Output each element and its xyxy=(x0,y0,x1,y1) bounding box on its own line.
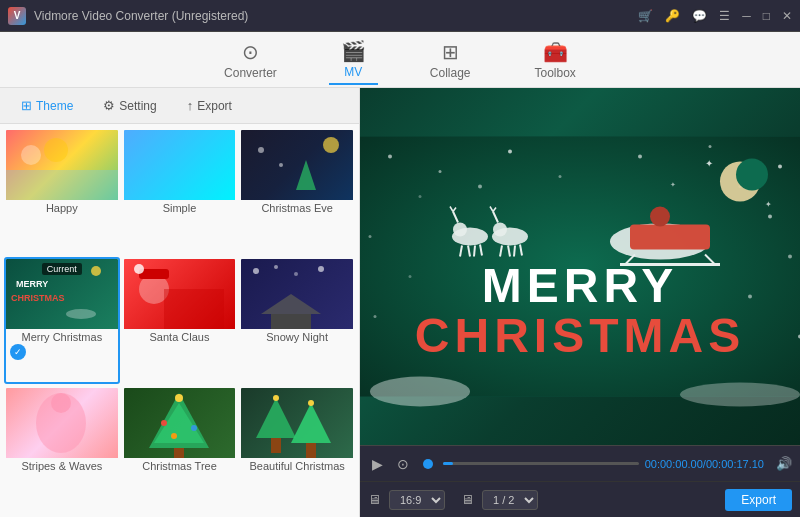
svg-point-18 xyxy=(274,265,278,269)
svg-line-76 xyxy=(474,246,475,257)
svg-point-41 xyxy=(388,155,392,159)
theme-christmas-eve-thumb xyxy=(241,130,353,200)
progress-bar[interactable] xyxy=(443,462,639,465)
export-button[interactable]: Export xyxy=(725,489,792,511)
setting-tab-icon: ⚙ xyxy=(103,98,115,113)
svg-marker-33 xyxy=(256,398,296,438)
theme-stripes-label: Stripes & Waves xyxy=(6,458,118,474)
svg-text:CHRISTMAS: CHRISTMAS xyxy=(415,309,745,362)
theme-santa-claus-label: Santa Claus xyxy=(124,329,236,345)
time-total: 00:00:17.10 xyxy=(706,458,764,470)
theme-christmas-eve[interactable]: Christmas Eve xyxy=(239,128,355,255)
svg-point-52 xyxy=(369,235,372,238)
mv-icon: 🎬 xyxy=(341,39,366,63)
maximize-btn[interactable]: □ xyxy=(763,9,770,23)
time-display: 00:00:00.00/00:00:17.10 xyxy=(645,458,764,470)
theme-happy-thumb xyxy=(6,130,118,200)
svg-point-47 xyxy=(778,165,782,169)
svg-point-46 xyxy=(709,145,712,148)
theme-christmas-tree-label: Christmas Tree xyxy=(124,458,236,474)
play-button[interactable]: ▶ xyxy=(368,454,387,474)
cart-icon[interactable]: 🛒 xyxy=(638,9,653,23)
svg-point-49 xyxy=(478,185,482,189)
app-title: Vidmore Video Converter (Unregistered) xyxy=(34,9,638,23)
tab-export[interactable]: ↑ Export xyxy=(174,93,245,118)
svg-point-30 xyxy=(161,420,167,426)
theme-christmas-tree[interactable]: Christmas Tree xyxy=(122,386,238,513)
theme-tab-icon: ⊞ xyxy=(21,98,32,113)
theme-happy-label: Happy xyxy=(6,200,118,216)
theme-snowy-night[interactable]: Snowy Night xyxy=(239,257,355,384)
minimize-btn[interactable]: ─ xyxy=(742,9,751,23)
nav-converter-label: Converter xyxy=(224,66,277,80)
selected-check: ✓ xyxy=(10,344,26,360)
svg-point-5 xyxy=(323,137,339,153)
nav-toolbox[interactable]: 🧰 Toolbox xyxy=(523,36,588,84)
theme-santa-claus-thumb xyxy=(124,259,236,329)
svg-text:CHRISTMAS: CHRISTMAS xyxy=(11,293,65,303)
preview-area: ✦ ✦ ✦ xyxy=(360,88,800,445)
theme-merry-christmas-label: Merry Christmas xyxy=(6,329,118,345)
theme-santa-claus[interactable]: Santa Claus xyxy=(122,257,238,384)
theme-beautiful-christmas[interactable]: Beautiful Christmas xyxy=(239,386,355,513)
toolbox-icon: 🧰 xyxy=(543,40,568,64)
export-tab-icon: ↑ xyxy=(187,98,194,113)
nav-mv[interactable]: 🎬 MV xyxy=(329,35,378,85)
app-icon: V xyxy=(8,7,26,25)
panel-tabs: ⊞ Theme ⚙ Setting ↑ Export xyxy=(0,88,359,124)
svg-point-2 xyxy=(44,138,68,162)
theme-snowy-night-thumb xyxy=(241,259,353,329)
nav-collage[interactable]: ⊞ Collage xyxy=(418,36,483,84)
top-nav: ⊙ Converter 🎬 MV ⊞ Collage 🧰 Toolbox xyxy=(0,32,800,88)
svg-rect-4 xyxy=(124,130,236,200)
theme-stripes-waves[interactable]: Stripes & Waves xyxy=(4,386,120,513)
svg-rect-16 xyxy=(164,289,224,329)
chat-icon[interactable]: 💬 xyxy=(692,9,707,23)
main-content: ⊞ Theme ⚙ Setting ↑ Export xyxy=(0,88,800,517)
tab-setting[interactable]: ⚙ Setting xyxy=(90,93,169,118)
svg-rect-36 xyxy=(306,443,316,458)
svg-point-70 xyxy=(453,223,467,237)
svg-point-51 xyxy=(768,215,772,219)
svg-rect-35 xyxy=(271,438,281,453)
svg-point-31 xyxy=(191,425,197,431)
controls-bar: ▶ ⊙ 00:00:00.00/00:00:17.10 🔊 xyxy=(360,445,800,481)
menu-icon[interactable]: ☰ xyxy=(719,9,730,23)
theme-happy[interactable]: Happy xyxy=(4,128,120,255)
volume-icon[interactable]: 🔊 xyxy=(776,456,792,471)
converter-icon: ⊙ xyxy=(242,40,259,64)
time-current: 00:00:00.00 xyxy=(645,458,703,470)
stop-button[interactable]: ⊙ xyxy=(393,454,413,474)
monitor-icon-2: 🖥 xyxy=(461,492,474,507)
svg-point-43 xyxy=(508,150,512,154)
svg-point-79 xyxy=(493,223,507,237)
page-fraction-select[interactable]: 1 / 2 2 / 2 xyxy=(482,490,538,510)
svg-text:✦: ✦ xyxy=(765,200,772,209)
collage-icon: ⊞ xyxy=(442,40,459,64)
svg-line-85 xyxy=(514,246,515,257)
progress-handle[interactable] xyxy=(423,459,433,469)
aspect-ratio-select[interactable]: 16:9 4:3 1:1 xyxy=(389,490,445,510)
theme-beautiful-christmas-label: Beautiful Christmas xyxy=(241,458,353,474)
setting-tab-label: Setting xyxy=(119,99,156,113)
svg-point-59 xyxy=(736,159,768,191)
theme-merry-christmas-thumb: MERRY CHRISTMAS Current xyxy=(6,259,118,329)
theme-simple-label: Simple xyxy=(124,200,236,216)
theme-merry-christmas[interactable]: MERRY CHRISTMAS Current ✓ Merry Christma… xyxy=(4,257,120,384)
screen-icon: 🖥 xyxy=(368,492,381,507)
close-btn[interactable]: ✕ xyxy=(782,9,792,23)
theme-simple-thumb xyxy=(124,130,236,200)
theme-christmas-tree-thumb xyxy=(124,388,236,458)
tab-theme[interactable]: ⊞ Theme xyxy=(8,93,86,118)
svg-point-68 xyxy=(650,207,670,227)
theme-simple[interactable]: Simple xyxy=(122,128,238,255)
theme-grid: Happy Simple xyxy=(0,124,359,517)
svg-point-19 xyxy=(294,272,298,276)
nav-converter[interactable]: ⊙ Converter xyxy=(212,36,289,84)
key-icon[interactable]: 🔑 xyxy=(665,9,680,23)
svg-point-25 xyxy=(51,393,71,413)
svg-point-48 xyxy=(419,195,422,198)
aspect-bar: 🖥 16:9 4:3 1:1 🖥 1 / 2 2 / 2 Export xyxy=(360,481,800,517)
svg-point-42 xyxy=(439,170,442,173)
svg-point-53 xyxy=(788,255,792,259)
